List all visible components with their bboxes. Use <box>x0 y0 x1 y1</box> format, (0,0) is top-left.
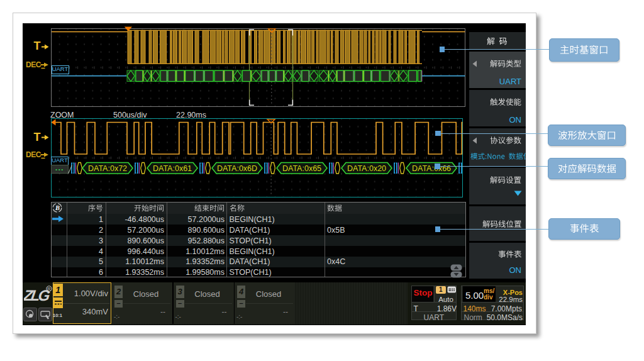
svg-text:DATA:0x66: DATA:0x66 <box>412 164 451 173</box>
svg-text:DATA:0x61: DATA:0x61 <box>153 164 192 173</box>
svg-text:DATA:0x72: DATA:0x72 <box>88 164 127 173</box>
svg-text:B: B <box>55 204 60 211</box>
svg-text:DATA:0x6D: DATA:0x6D <box>217 164 257 173</box>
svg-text:DATA:0x20: DATA:0x20 <box>347 164 386 173</box>
svg-text:DATA:0x65: DATA:0x65 <box>282 164 321 173</box>
svg-text:R: R <box>47 286 51 292</box>
